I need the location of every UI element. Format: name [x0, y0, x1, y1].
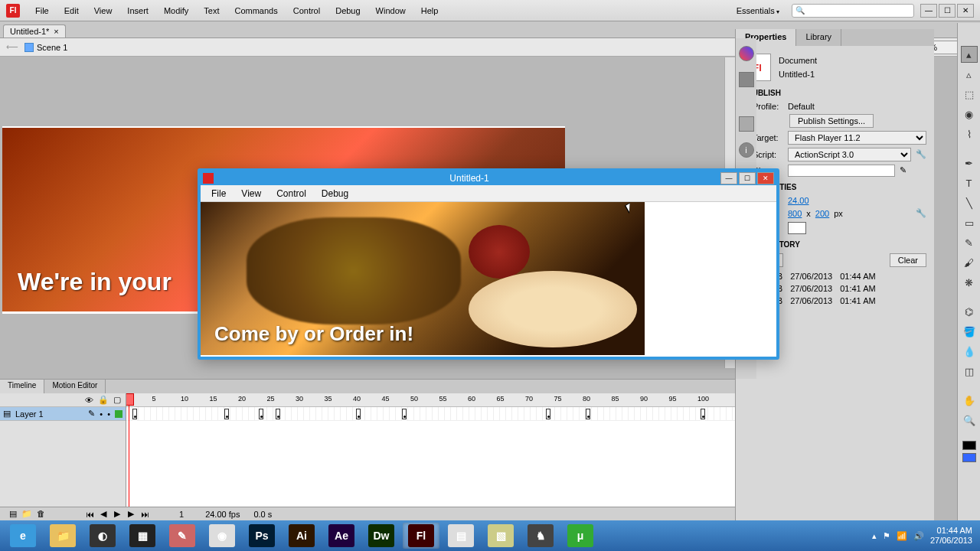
keyframe[interactable]: [586, 409, 590, 419]
goto-last-frame[interactable]: ⏭: [139, 509, 150, 520]
preview-maximize[interactable]: ☐: [739, 172, 756, 184]
tray-up-icon[interactable]: ▴: [872, 531, 877, 541]
preview-minimize[interactable]: —: [720, 172, 737, 184]
deco-tool[interactable]: ❋: [961, 274, 978, 291]
fps-value[interactable]: 24.00: [788, 196, 809, 205]
class-edit-icon[interactable]: ✎: [900, 165, 910, 176]
bone-tool[interactable]: ⌬: [961, 303, 978, 320]
document-tab-close[interactable]: ×: [54, 27, 58, 36]
step-forward[interactable]: ▶: [126, 509, 136, 520]
eyedropper-tool[interactable]: 💧: [961, 343, 978, 360]
menu-commands[interactable]: Commands: [227, 3, 285, 18]
selection-tool[interactable]: ▴: [961, 46, 978, 63]
menu-insert[interactable]: Insert: [119, 3, 156, 18]
brush-tool[interactable]: 🖌: [961, 254, 978, 271]
help-search[interactable]: 🔍: [792, 4, 914, 18]
tray-flag-icon[interactable]: ⚑: [883, 531, 890, 541]
window-minimize[interactable]: —: [920, 4, 937, 18]
dock-icon-swatches[interactable]: [739, 72, 754, 87]
size-height[interactable]: 200: [815, 209, 829, 218]
taskbar-flash[interactable]: Fl: [403, 523, 439, 549]
tab-library[interactable]: Library: [796, 29, 841, 46]
document-tab[interactable]: Untitled-1* ×: [3, 24, 66, 37]
3d-rotation-tool[interactable]: ◉: [961, 106, 978, 122]
keyframe[interactable]: [356, 409, 361, 419]
layer-visible-dot[interactable]: •: [100, 409, 103, 419]
playhead[interactable]: [129, 393, 129, 507]
tab-timeline[interactable]: Timeline: [0, 380, 44, 393]
new-layer-icon[interactable]: ▤: [9, 509, 17, 519]
system-tray[interactable]: ▴ ⚑ 📶 🔊 01:44 AM 27/06/2013: [872, 526, 977, 546]
taskbar-app4[interactable]: ♞: [522, 523, 559, 549]
taskbar-calc[interactable]: ▤: [443, 523, 479, 549]
delete-layer-icon[interactable]: 🗑: [37, 509, 45, 519]
dock-icon-color[interactable]: [739, 46, 754, 61]
stroke-color[interactable]: [962, 441, 976, 450]
menu-control[interactable]: Control: [286, 3, 328, 18]
menu-file[interactable]: File: [28, 3, 57, 18]
keyframe[interactable]: [224, 409, 229, 419]
line-tool[interactable]: ╲: [961, 194, 978, 211]
keyframe[interactable]: [259, 409, 263, 419]
window-maximize[interactable]: ☐: [939, 4, 956, 18]
workspace-switcher[interactable]: Essentials: [730, 3, 786, 18]
step-back[interactable]: ◀: [98, 509, 109, 520]
outline-column-icon[interactable]: ▢: [113, 395, 121, 405]
taskbar-dreamweaver[interactable]: Dw: [363, 523, 400, 549]
swf-preview-window[interactable]: Untitled-1 — ☐ ✕ File View Control Debug…: [198, 168, 779, 360]
free-transform-tool[interactable]: ⬚: [961, 86, 978, 103]
history-clear-button[interactable]: Clear: [890, 253, 926, 267]
play-button[interactable]: ▶: [112, 509, 122, 520]
text-tool[interactable]: T: [961, 174, 978, 191]
dock-icon-align[interactable]: [739, 116, 754, 132]
size-settings-icon[interactable]: 🔧: [916, 208, 926, 219]
tray-network-icon[interactable]: 📶: [897, 531, 907, 541]
rectangle-tool[interactable]: ▭: [961, 214, 978, 231]
visibility-column-icon[interactable]: 👁: [85, 396, 93, 405]
preview-close[interactable]: ✕: [757, 172, 774, 184]
zoom-tool[interactable]: 🔍: [961, 412, 978, 429]
layer-row[interactable]: ▤ Layer 1 ✎ • •: [0, 407, 126, 421]
keyframe[interactable]: [132, 409, 137, 419]
frames-row[interactable]: [126, 407, 735, 421]
menu-debug[interactable]: Debug: [328, 3, 368, 18]
menu-edit[interactable]: Edit: [57, 3, 87, 18]
dock-icon-info[interactable]: i: [739, 142, 754, 158]
goto-first-frame[interactable]: ⏮: [84, 509, 95, 520]
window-close[interactable]: ✕: [957, 4, 974, 18]
tab-motion-editor[interactable]: Motion Editor: [44, 380, 106, 393]
taskbar-photoshop[interactable]: Ps: [243, 523, 280, 549]
script-settings-icon[interactable]: 🔧: [916, 149, 926, 160]
layer-name[interactable]: Layer 1: [15, 409, 83, 419]
taskbar-chrome[interactable]: ◉: [204, 523, 240, 549]
publish-settings-button[interactable]: Publish Settings...: [789, 114, 874, 128]
menu-help[interactable]: Help: [413, 3, 446, 18]
current-frame[interactable]: 1: [179, 510, 184, 519]
preview-menu-control[interactable]: Control: [269, 186, 314, 201]
new-folder-icon[interactable]: 📁: [21, 509, 32, 519]
menu-text[interactable]: Text: [196, 3, 227, 18]
taskbar-utorrent[interactable]: μ: [562, 523, 599, 549]
keyframe[interactable]: [402, 409, 407, 419]
keyframe[interactable]: [546, 409, 550, 419]
size-width[interactable]: 800: [788, 209, 802, 218]
pen-tool[interactable]: ✒: [961, 155, 978, 171]
taskbar-clock[interactable]: 01:44 AM 27/06/2013: [930, 526, 972, 546]
eraser-tool[interactable]: ◫: [961, 363, 978, 380]
publish-section-header[interactable]: PUBLISH: [743, 89, 926, 97]
preview-menu-file[interactable]: File: [204, 186, 234, 201]
stage-color-swatch[interactable]: [788, 222, 806, 234]
menu-modify[interactable]: Modify: [156, 3, 196, 18]
tray-volume-icon[interactable]: 🔊: [913, 531, 924, 541]
frame-ruler[interactable]: 1510152025303540455055606570758085909510…: [126, 393, 735, 407]
taskbar-app2[interactable]: ▦: [124, 523, 161, 549]
taskbar-aftereffects[interactable]: Ae: [323, 523, 360, 549]
scene-name[interactable]: Scene 1: [37, 43, 67, 52]
script-select[interactable]: ActionScript 3.0: [788, 148, 911, 161]
menu-window[interactable]: Window: [368, 3, 413, 18]
taskbar-app1[interactable]: ◐: [84, 523, 121, 549]
menu-view[interactable]: View: [87, 3, 120, 18]
lasso-tool[interactable]: ⌇: [961, 126, 978, 142]
lock-column-icon[interactable]: 🔒: [98, 395, 109, 405]
taskbar-ie[interactable]: e: [5, 523, 41, 549]
